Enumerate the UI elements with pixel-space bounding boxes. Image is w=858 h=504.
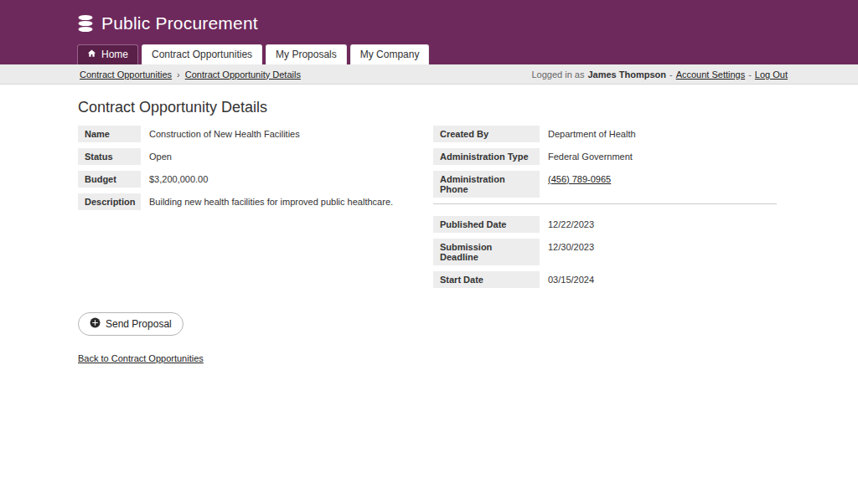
details-right: Created By Department of Health Administ…: [433, 126, 777, 294]
detail-row-published-date: Published Date 12/22/2023: [433, 216, 777, 233]
actions-row: Send Proposal: [78, 312, 858, 336]
detail-value: 12/30/2023: [540, 239, 594, 253]
app-header: Public Procurement Home Contract Opportu…: [0, 0, 858, 64]
detail-row-name: Name Construction of New Health Faciliti…: [78, 126, 433, 142]
detail-label: Name: [78, 126, 141, 142]
main-content: Contract Opportunity Details Name Constr…: [0, 85, 858, 365]
session-prefix: Logged in as: [531, 69, 584, 80]
detail-row-budget: Budget $3,200,000.00: [78, 171, 433, 188]
tab-my-company[interactable]: My Company: [350, 44, 430, 64]
breadcrumb-bar: Contract Opportunities › Contract Opport…: [0, 64, 858, 85]
detail-row-status: Status Open: [78, 148, 433, 165]
home-icon: [87, 49, 96, 60]
detail-value: 12/22/2023: [540, 216, 594, 230]
tab-my-proposals[interactable]: My Proposals: [266, 44, 347, 64]
administration-phone-link[interactable]: (456) 789-0965: [540, 171, 611, 185]
detail-label: Budget: [78, 171, 141, 188]
tab-label: Home: [101, 49, 128, 60]
back-row: Back to Contract Opportunities: [78, 350, 858, 365]
main-nav: Home Contract Opportunities My Proposals…: [77, 44, 858, 64]
send-proposal-button[interactable]: Send Proposal: [78, 312, 183, 336]
detail-row-administration-type: Administration Type Federal Government: [433, 148, 777, 165]
breadcrumb-link-contract-opportunity-details[interactable]: Contract Opportunity Details: [185, 69, 301, 80]
detail-row-submission-deadline: Submission Deadline 12/30/2023: [433, 239, 777, 265]
detail-row-administration-phone: Administration Phone (456) 789-0965: [433, 171, 777, 198]
log-out-link[interactable]: Log Out: [755, 69, 788, 80]
detail-value: $3,200,000.00: [141, 171, 208, 185]
detail-value: Federal Government: [540, 148, 633, 162]
detail-label: Submission Deadline: [433, 239, 540, 265]
detail-value: Department of Health: [540, 126, 636, 140]
detail-value: Building new health facilities for impro…: [141, 193, 393, 208]
breadcrumb-link-contract-opportunities[interactable]: Contract Opportunities: [80, 69, 172, 80]
tab-home[interactable]: Home: [77, 44, 138, 64]
tab-label: My Company: [360, 49, 420, 60]
send-proposal-label: Send Proposal: [106, 318, 172, 330]
database-icon: [77, 14, 94, 33]
page-title: Contract Opportunity Details: [78, 99, 858, 116]
detail-value: 03/15/2024: [540, 271, 594, 285]
breadcrumb: Contract Opportunities › Contract Opport…: [80, 69, 301, 80]
detail-label: Start Date: [433, 271, 540, 288]
detail-value: Construction of New Health Facilities: [141, 126, 300, 140]
tab-label: Contract Opportunities: [152, 49, 252, 60]
detail-label: Administration Phone: [433, 171, 540, 198]
details-left: Name Construction of New Health Faciliti…: [78, 126, 433, 294]
session-separator: -: [748, 69, 752, 80]
detail-label: Status: [78, 148, 141, 165]
detail-label: Administration Type: [433, 148, 540, 165]
back-to-contract-opportunities-link[interactable]: Back to Contract Opportunities: [78, 353, 204, 363]
detail-label: Description: [78, 193, 141, 210]
detail-label: Created By: [433, 126, 540, 142]
detail-row-start-date: Start Date 03/15/2024: [433, 271, 777, 288]
session-separator: -: [669, 69, 673, 80]
detail-label: Published Date: [433, 216, 540, 233]
details-columns: Name Construction of New Health Faciliti…: [78, 126, 858, 294]
detail-value: Open: [141, 148, 172, 162]
detail-row-description: Description Building new health faciliti…: [78, 193, 433, 210]
app-title: Public Procurement: [101, 13, 258, 33]
user-name: James Thompson: [587, 69, 666, 80]
brand: Public Procurement: [0, 8, 858, 39]
tab-label: My Proposals: [276, 49, 337, 60]
plus-circle-icon: [90, 317, 101, 331]
breadcrumb-separator: ›: [177, 69, 180, 80]
session-info: Logged in as James Thompson - Account Se…: [531, 69, 788, 80]
account-settings-link[interactable]: Account Settings: [676, 69, 746, 80]
detail-row-created-by: Created By Department of Health: [433, 126, 777, 142]
section-divider: [433, 203, 777, 204]
tab-contract-opportunities[interactable]: Contract Opportunities: [142, 44, 262, 64]
